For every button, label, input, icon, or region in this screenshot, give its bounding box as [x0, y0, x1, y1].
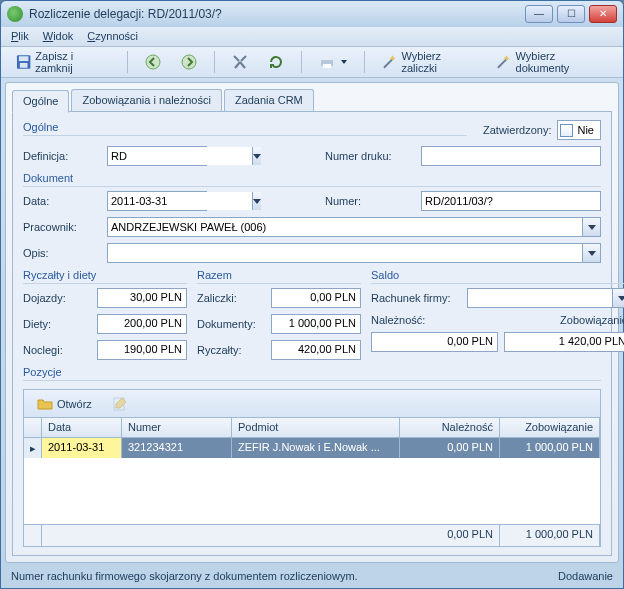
wand-icon: [382, 54, 397, 70]
choose-docs-label: Wybierz dokumenty: [516, 50, 608, 74]
col-recv[interactable]: Należność: [400, 418, 500, 437]
desc-input[interactable]: [108, 244, 582, 262]
cell-recv[interactable]: 0,00 PLN: [400, 438, 500, 458]
diet-label: Diety:: [23, 318, 91, 330]
menu-file[interactable]: Plik: [11, 30, 29, 42]
wand-icon: [496, 54, 511, 70]
open-label: Otwórz: [57, 398, 92, 410]
diet-value[interactable]: 200,00 PLN: [97, 314, 187, 334]
account-label: Rachunek firmy:: [371, 292, 461, 304]
commute-label: Dojazdy:: [23, 292, 91, 304]
approved-checkbox[interactable]: Nie: [557, 120, 601, 140]
lodging-label: Noclegi:: [23, 344, 91, 356]
status-text: Numer rachunku firmowego skojarzony z do…: [11, 570, 358, 585]
definition-combo[interactable]: [107, 146, 207, 166]
chevron-down-icon[interactable]: [252, 147, 261, 165]
footer-liab: 1 000,00 PLN: [500, 525, 600, 546]
date-input[interactable]: [108, 192, 252, 210]
app-icon: [7, 6, 23, 22]
chevron-down-icon[interactable]: [612, 289, 624, 307]
save-close-button[interactable]: Zapisz i zamknij: [9, 50, 117, 74]
tab-crm[interactable]: Zadania CRM: [224, 89, 314, 112]
section-positions-title: Pozycje: [23, 366, 601, 381]
svg-rect-7: [323, 64, 331, 68]
menu-actions[interactable]: Czynności: [87, 30, 138, 42]
edit-icon: [112, 396, 128, 412]
advances-label: Zaliczki:: [197, 292, 265, 304]
col-number[interactable]: Numer: [122, 418, 232, 437]
col-liab[interactable]: Zobowiązanie: [500, 418, 600, 437]
approved-label: Zatwierdzony:: [483, 124, 551, 136]
client-area: Ogólne Zobowiązania i należności Zadania…: [5, 82, 619, 563]
account-input[interactable]: [468, 289, 612, 307]
minimize-button[interactable]: —: [525, 5, 553, 23]
window: Rozliczenie delegacji: RD/2011/03/? — ☐ …: [0, 0, 624, 589]
refresh-button[interactable]: [261, 50, 291, 74]
tabstrip: Ogólne Zobowiązania i należności Zadania…: [12, 89, 612, 112]
col-date[interactable]: Data: [42, 418, 122, 437]
print-no-input[interactable]: [421, 146, 601, 166]
liab-value: 1 420,00 PLN: [504, 332, 624, 352]
section-document-title: Dokument: [23, 172, 601, 187]
docs-label: Dokumenty:: [197, 318, 265, 330]
definition-input[interactable]: [108, 147, 252, 165]
table-row[interactable]: ▸ 2011-03-31 321234321 ZEFIR J.Nowak i E…: [24, 438, 600, 458]
refresh-icon: [268, 54, 284, 70]
date-combo[interactable]: [107, 191, 207, 211]
desc-label: Opis:: [23, 247, 101, 259]
maximize-button[interactable]: ☐: [557, 5, 585, 23]
chevron-down-icon[interactable]: [582, 244, 600, 262]
cell-date[interactable]: 2011-03-31: [42, 438, 122, 458]
commute-value[interactable]: 30,00 PLN: [97, 288, 187, 308]
employee-input[interactable]: [108, 218, 582, 236]
checkbox-icon: [560, 124, 573, 137]
separator: [127, 51, 128, 73]
tab-panel-general: Ogólne Zatwierdzony: Nie Definicja: Nume…: [12, 111, 612, 556]
cell-subject[interactable]: ZEFIR J.Nowak i E.Nowak ...: [232, 438, 400, 458]
close-button[interactable]: ✕: [589, 5, 617, 23]
lodging-value[interactable]: 190,00 PLN: [97, 340, 187, 360]
positions-grid[interactable]: Data Numer Podmiot Należność Zobowiązani…: [23, 417, 601, 547]
desc-combo[interactable]: [107, 243, 601, 263]
svg-rect-1: [19, 56, 29, 61]
approved-value: Nie: [577, 124, 594, 136]
nav-back-button[interactable]: [138, 50, 168, 74]
flat-total-value: 420,00 PLN: [271, 340, 361, 360]
liab-label: Zobowiązanie:: [504, 314, 624, 326]
account-combo[interactable]: [467, 288, 624, 308]
tools-button[interactable]: [225, 50, 255, 74]
menu-view[interactable]: Widok: [43, 30, 74, 42]
section-flat-title: Ryczałty i diety: [23, 269, 187, 284]
cell-number[interactable]: 321234321: [122, 438, 232, 458]
definition-label: Definicja:: [23, 150, 101, 162]
choose-advances-button[interactable]: Wybierz zaliczki: [375, 50, 483, 74]
separator: [301, 51, 302, 73]
choose-docs-button[interactable]: Wybierz dokumenty: [489, 50, 615, 74]
footer-recv: 0,00 PLN: [400, 525, 500, 546]
svg-rect-6: [323, 56, 331, 60]
employee-combo[interactable]: [107, 217, 601, 237]
number-input[interactable]: [421, 191, 601, 211]
folder-open-icon: [37, 396, 53, 412]
col-subject[interactable]: Podmiot: [232, 418, 400, 437]
flat-total-label: Ryczałty:: [197, 344, 265, 356]
edit-button[interactable]: [105, 392, 135, 416]
separator: [364, 51, 365, 73]
positions-toolbar: Otwórz: [23, 389, 601, 417]
chevron-down-icon[interactable]: [582, 218, 600, 236]
print-no-label: Numer druku:: [325, 150, 415, 162]
section-balance-title: Saldo: [371, 269, 624, 284]
svg-rect-2: [20, 63, 28, 68]
chevron-down-icon[interactable]: [252, 192, 261, 210]
open-button[interactable]: Otwórz: [30, 392, 99, 416]
status-mode: Dodawanie: [558, 570, 613, 585]
section-totals-title: Razem: [197, 269, 361, 284]
tools-icon: [232, 54, 248, 70]
number-label: Numer:: [325, 195, 415, 207]
nav-fwd-button[interactable]: [174, 50, 204, 74]
tab-general[interactable]: Ogólne: [12, 90, 69, 113]
cell-liab[interactable]: 1 000,00 PLN: [500, 438, 600, 458]
print-button[interactable]: [312, 50, 354, 74]
grid-header: Data Numer Podmiot Należność Zobowiązani…: [24, 418, 600, 438]
tab-obligations[interactable]: Zobowiązania i należności: [71, 89, 221, 112]
